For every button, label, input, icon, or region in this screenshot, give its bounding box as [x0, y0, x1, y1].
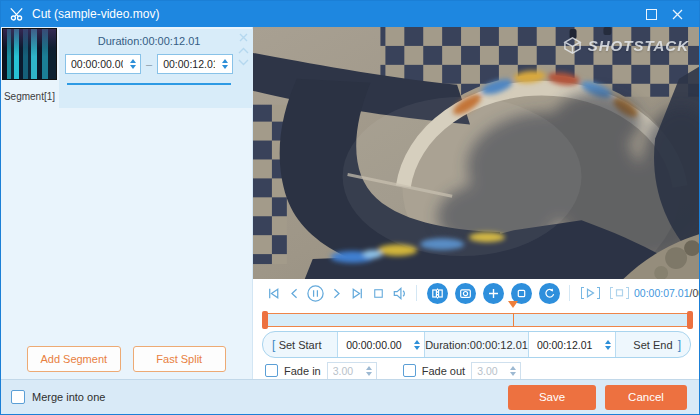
watermark-logo-icon: [563, 36, 582, 55]
trim-handle-right[interactable]: [687, 311, 693, 329]
titlebar: Cut (sample-video.mov): [1, 1, 699, 27]
controls-divider: [416, 285, 417, 301]
segment-start-field: [65, 54, 141, 74]
trim-end-input[interactable]: [529, 338, 603, 352]
maximize-button[interactable]: [638, 4, 664, 24]
trim-end-stepper[interactable]: [603, 340, 615, 350]
segment-item[interactable]: Segment[1] Duration:00:00:12.01 –: [1, 27, 252, 108]
controls-divider: [569, 285, 570, 301]
fade-row: Fade in Fade out: [265, 361, 689, 380]
volume-button[interactable]: [389, 283, 410, 304]
stop-button[interactable]: [368, 283, 389, 304]
fast-split-button[interactable]: Fast Split: [133, 346, 227, 372]
segment-end-input[interactable]: [158, 58, 215, 70]
pause-button[interactable]: [305, 283, 326, 304]
play-segment-button[interactable]: [581, 287, 600, 299]
segment-end-stepper[interactable]: [220, 59, 232, 69]
video-preview[interactable]: SHOTSTACK: [253, 27, 699, 279]
segment-thumbnail[interactable]: [2, 28, 57, 80]
segment-panel: Segment[1] Duration:00:00:12.01 –: [1, 27, 253, 379]
fade-in-checkbox[interactable]: [265, 364, 278, 377]
segment-label: Segment[1]: [1, 91, 58, 102]
skip-start-button[interactable]: [263, 283, 284, 304]
range-separator: –: [146, 58, 152, 70]
fade-in-field: [327, 362, 377, 380]
time-total: /00:00:12.01: [689, 287, 700, 299]
trim-end-field: [528, 332, 615, 357]
watermark-text: SHOTSTACK: [588, 37, 689, 54]
step-forward-button[interactable]: [326, 283, 347, 304]
trim-start-field: [337, 332, 424, 357]
add-segment-button[interactable]: Add Segment: [27, 346, 121, 372]
bracket-open: [: [272, 338, 275, 352]
time-display: 00:00:07.01/00:00:12.01: [634, 287, 700, 299]
reset-button[interactable]: [539, 283, 560, 304]
cut-dialog-window: Cut (sample-video.mov) Segment[1] Durati…: [0, 0, 700, 415]
save-button[interactable]: Save: [508, 385, 596, 410]
trim-settings-row: [ Set Start Duration:00:00:12.01 Set End…: [262, 331, 691, 358]
set-end-button[interactable]: Set End ]: [615, 332, 690, 357]
split-segment-button[interactable]: [427, 283, 448, 304]
step-back-button[interactable]: [284, 283, 305, 304]
fade-out-checkbox[interactable]: [403, 364, 416, 377]
segment-move-down-icon[interactable]: [238, 59, 249, 66]
segment-card: Duration:00:00:12.01 –: [59, 29, 253, 108]
merge-label: Merge into one: [32, 391, 105, 403]
skip-end-button[interactable]: [347, 283, 368, 304]
fade-out-field: [471, 362, 521, 380]
segment-duration-label: Duration:00:00:12.01: [65, 35, 233, 47]
fade-in-stepper[interactable]: [364, 366, 376, 376]
playback-controls: 00:00:07.01/00:00:12.01: [253, 279, 699, 307]
fade-in-input[interactable]: [328, 364, 363, 378]
stop-segment-button[interactable]: [610, 287, 629, 299]
close-button[interactable]: [664, 4, 690, 24]
footer-bar: Merge into one Save Cancel: [1, 379, 699, 414]
set-start-label: Set Start: [279, 339, 322, 351]
segment-start-input[interactable]: [66, 58, 123, 70]
timeline: [253, 307, 699, 329]
video-frame: [253, 27, 699, 279]
segment-remove-icon[interactable]: [239, 33, 248, 42]
add-segment-circle-button[interactable]: [483, 283, 504, 304]
window-title: Cut (sample-video.mov): [32, 7, 159, 21]
shotstack-watermark: SHOTSTACK: [563, 36, 689, 55]
segment-start-stepper[interactable]: [128, 59, 140, 69]
fade-out-stepper[interactable]: [508, 366, 520, 376]
set-start-button[interactable]: [ Set Start: [263, 332, 337, 357]
time-current: 00:00:07.01: [634, 287, 689, 299]
trim-bar[interactable]: [263, 313, 692, 327]
segment-move-up-icon[interactable]: [238, 47, 249, 54]
cancel-button[interactable]: Cancel: [605, 385, 687, 410]
trim-start-stepper[interactable]: [412, 340, 424, 350]
bracket-close: ]: [678, 338, 681, 352]
scissors-icon: [10, 7, 24, 21]
trim-start-input[interactable]: [338, 338, 412, 352]
segment-progress-line: [67, 83, 231, 85]
snapshot-button[interactable]: [455, 283, 476, 304]
fade-out-label: Fade out: [422, 365, 465, 377]
fade-in-label: Fade in: [284, 365, 321, 377]
trim-handle-left[interactable]: [262, 311, 268, 329]
fade-out-input[interactable]: [472, 364, 507, 378]
trim-duration-label: Duration:00:00:12.01: [424, 332, 528, 357]
set-end-label: Set End: [633, 339, 672, 351]
merge-checkbox[interactable]: [11, 390, 25, 404]
segment-end-field: [157, 54, 233, 74]
